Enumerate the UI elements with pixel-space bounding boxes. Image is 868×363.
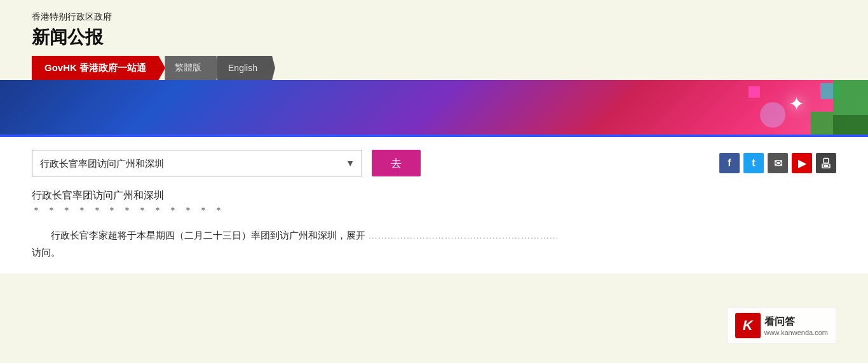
header-title: 新闻公报	[32, 25, 836, 50]
twitter-icon[interactable]: t	[743, 153, 764, 173]
article-body: 行政长官李家超将于本星期四（二月二十三日）率团到访广州和深圳，展开 …………………	[32, 227, 836, 261]
watermark-text: 看问答	[764, 315, 828, 329]
article-title: 行政长官率团访问广州和深圳	[32, 189, 836, 202]
nav-govhk-link[interactable]: GovHK 香港政府一站通	[32, 56, 165, 80]
youtube-icon[interactable]: ▶	[792, 153, 812, 173]
header-area: 香港特别行政区政府 新闻公报 GovHK 香港政府一站通 繁體版 English	[0, 0, 868, 80]
watermark-logo-box: K	[735, 313, 761, 338]
banner-decorations: ✦	[741, 80, 868, 137]
print-icon[interactable]	[816, 153, 836, 173]
go-button[interactable]: 去	[372, 150, 421, 176]
banner-square-pink	[749, 86, 760, 98]
banner-square-green2	[811, 112, 833, 137]
banner: ✦	[0, 80, 868, 137]
svg-point-3	[828, 165, 829, 166]
article-dropdown[interactable]: 行政长官率团访问广州和深圳	[32, 150, 362, 176]
nav-traditional-link[interactable]: 繁體版	[162, 56, 219, 80]
banner-circle	[760, 102, 785, 128]
dropdown-row: 行政长官率团访问广州和深圳 ▼ 去 f t ✉ ▶	[32, 150, 836, 176]
banner-square-dark	[833, 115, 868, 137]
content-area: 行政长官率团访问广州和深圳 ▼ 去 f t ✉ ▶ 行政长官率团访问广州和深圳 …	[0, 137, 868, 274]
banner-bottom-line	[0, 135, 868, 137]
article-stars: ＊ ＊ ＊ ＊ ＊ ＊ ＊ ＊ ＊ ＊ ＊ ＊ ＊	[32, 205, 836, 216]
article-body-line2: 访问。	[32, 247, 60, 258]
email-icon[interactable]: ✉	[768, 153, 788, 173]
watermark-text-container: 看问答 www.kanwenda.com	[764, 315, 828, 336]
watermark: K 看问答 www.kanwenda.com	[727, 307, 836, 344]
nav-bar: GovHK 香港政府一站通 繁體版 English	[32, 56, 836, 80]
watermark-logo: K	[743, 317, 753, 334]
svg-rect-2	[824, 165, 829, 167]
article-body-ellipsis: ……………………………………………………	[368, 230, 559, 241]
banner-square-green	[833, 80, 868, 115]
dropdown-container: 行政长官率团访问广州和深圳 ▼	[32, 150, 362, 176]
social-icons: f t ✉ ▶	[719, 153, 836, 173]
banner-star-icon: ✦	[789, 93, 804, 115]
svg-rect-1	[824, 159, 829, 164]
facebook-icon[interactable]: f	[719, 153, 740, 173]
article-body-line1: 行政长官李家超将于本星期四（二月二十三日）率团到访广州和深圳，展开	[32, 230, 365, 241]
header-subtitle: 香港特别行政区政府	[32, 11, 836, 23]
nav-english-link[interactable]: English	[214, 56, 275, 80]
watermark-url: www.kanwenda.com	[764, 329, 828, 336]
